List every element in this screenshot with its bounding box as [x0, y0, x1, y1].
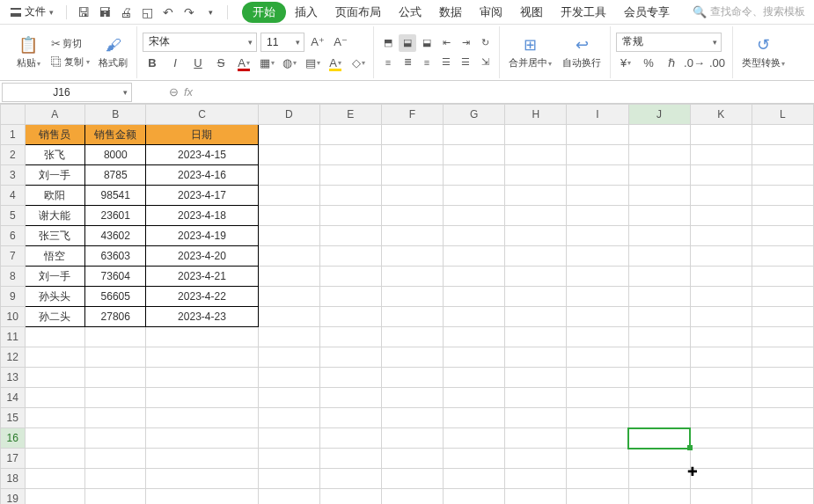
print-icon[interactable]: 🖨 [116, 3, 136, 22]
cell-L6[interactable] [752, 226, 813, 246]
row-header-6[interactable]: 6 [1, 226, 26, 246]
col-header-F[interactable]: F [381, 105, 443, 125]
cell-C12[interactable] [146, 347, 258, 368]
cell-G4[interactable] [444, 186, 505, 206]
cell-H16[interactable] [505, 428, 567, 449]
cell-F4[interactable] [381, 186, 443, 206]
cell-B2[interactable]: 8000 [85, 145, 146, 165]
cell-E15[interactable] [319, 408, 381, 428]
cell-D15[interactable] [258, 408, 319, 428]
cell-B6[interactable]: 43602 [85, 226, 146, 246]
cell-J16[interactable] [628, 428, 690, 449]
cell-G17[interactable] [444, 449, 505, 469]
cell-E18[interactable] [319, 469, 381, 489]
cell-J4[interactable] [628, 186, 690, 206]
cell-F8[interactable] [381, 267, 443, 287]
cell-C3[interactable]: 2023-4-16 [146, 165, 258, 186]
cell-J3[interactable] [628, 165, 690, 186]
cell-K18[interactable] [690, 469, 752, 489]
cell-I10[interactable] [567, 307, 628, 327]
row-header-12[interactable]: 12 [1, 347, 26, 368]
bold-button[interactable]: B [143, 54, 162, 73]
cell-I2[interactable] [567, 145, 628, 165]
cell-L7[interactable] [752, 246, 813, 267]
row-header-5[interactable]: 5 [1, 206, 26, 226]
cell-K15[interactable] [690, 408, 752, 428]
cell-I15[interactable] [567, 408, 628, 428]
shrink-fit-button[interactable]: ⇲ [476, 54, 494, 71]
undo-icon[interactable]: ↶ [158, 3, 178, 22]
cell-J2[interactable] [628, 145, 690, 165]
row-header-11[interactable]: 11 [1, 327, 26, 347]
cell-C11[interactable] [146, 327, 258, 347]
cell-K10[interactable] [690, 307, 752, 327]
justify-button[interactable]: ☰ [437, 54, 455, 71]
cell-G10[interactable] [444, 307, 505, 327]
row-header-16[interactable]: 16 [1, 428, 26, 449]
tab-data[interactable]: 数据 [430, 1, 471, 24]
cell-C17[interactable] [146, 449, 258, 469]
cell-I12[interactable] [567, 347, 628, 368]
cell-L19[interactable] [752, 489, 813, 505]
align-right-button[interactable]: ≡ [418, 54, 436, 71]
cell-G9[interactable] [444, 287, 505, 307]
cell-A12[interactable] [25, 347, 85, 368]
fill-color-button[interactable]: ◍ [280, 54, 299, 73]
cell-D3[interactable] [258, 165, 319, 186]
cell-G3[interactable] [444, 165, 505, 186]
italic-button[interactable]: I [165, 54, 185, 73]
cell-A7[interactable]: 悟空 [25, 246, 85, 267]
cell-style-button[interactable]: ▤ [303, 54, 322, 73]
cell-J12[interactable] [628, 347, 690, 368]
font-color-button[interactable]: A [234, 54, 253, 73]
row-header-18[interactable]: 18 [1, 469, 26, 489]
cell-B15[interactable] [85, 408, 146, 428]
tab-member[interactable]: 会员专享 [615, 1, 678, 24]
fx-label[interactable]: fx [184, 85, 193, 99]
cell-F12[interactable] [381, 347, 443, 368]
select-all-corner[interactable] [1, 105, 26, 125]
align-top-button[interactable]: ⬒ [379, 34, 397, 52]
col-header-C[interactable]: C [146, 105, 258, 125]
cell-J8[interactable] [628, 267, 690, 287]
col-header-H[interactable]: H [505, 105, 567, 125]
tab-insert[interactable]: 插入 [286, 1, 326, 24]
cell-G1[interactable] [444, 125, 505, 145]
cell-B5[interactable]: 23601 [85, 206, 146, 226]
cell-E17[interactable] [319, 449, 381, 469]
cell-D12[interactable] [258, 347, 319, 368]
cell-I19[interactable] [567, 489, 628, 505]
cell-H9[interactable] [505, 287, 567, 307]
cell-B7[interactable]: 63603 [85, 246, 146, 267]
clear-format-button[interactable]: ◇ [348, 54, 368, 73]
cell-H8[interactable] [505, 267, 567, 287]
file-menu[interactable]: 文件 ▾ [5, 3, 59, 21]
cell-B12[interactable] [85, 347, 146, 368]
cell-H14[interactable] [505, 388, 567, 408]
cell-K1[interactable] [690, 125, 752, 145]
cell-C2[interactable]: 2023-4-15 [146, 145, 258, 165]
underline-button[interactable]: U [188, 54, 208, 73]
cell-B17[interactable] [85, 449, 146, 469]
cell-A15[interactable] [25, 408, 85, 428]
dec-decimal-button[interactable]: .00 [708, 54, 727, 73]
inc-decimal-button[interactable]: .0→ [685, 54, 704, 73]
border-button[interactable]: ▦ [257, 54, 276, 73]
shrink-font-button[interactable]: A⁻ [331, 33, 350, 52]
cell-A6[interactable]: 张三飞 [25, 226, 85, 246]
col-header-B[interactable]: B [85, 105, 146, 125]
col-header-L[interactable]: L [752, 105, 813, 125]
cell-G7[interactable] [444, 246, 505, 267]
cell-K19[interactable] [690, 489, 752, 505]
row-header-13[interactable]: 13 [1, 368, 26, 388]
row-header-15[interactable]: 15 [1, 408, 26, 428]
cell-C16[interactable] [146, 428, 258, 449]
cell-B13[interactable] [85, 368, 146, 388]
cell-A19[interactable] [25, 489, 85, 505]
cell-A3[interactable]: 刘一手 [25, 165, 85, 186]
cell-B11[interactable] [85, 327, 146, 347]
cell-L1[interactable] [752, 125, 813, 145]
tab-start[interactable]: 开始 [242, 2, 286, 23]
cell-G13[interactable] [444, 368, 505, 388]
chevron-down-icon[interactable]: ▾ [201, 3, 220, 22]
